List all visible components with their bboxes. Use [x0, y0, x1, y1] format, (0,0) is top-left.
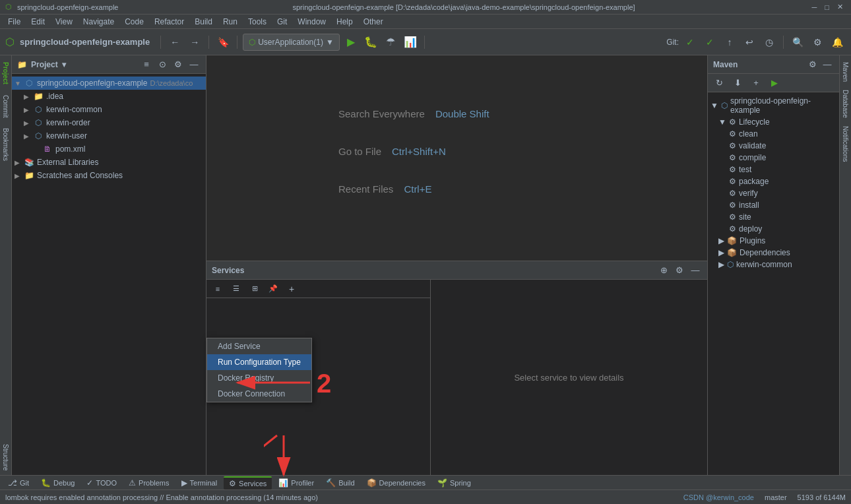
services-settings-btn[interactable]: ⚙: [673, 264, 686, 277]
menu-other[interactable]: Other: [358, 16, 389, 28]
run-btn[interactable]: ▶: [342, 34, 360, 51]
maven-refresh-btn[interactable]: ↻: [710, 75, 728, 92]
minimize-panel-btn[interactable]: —: [187, 58, 201, 71]
git-revert-btn[interactable]: ↩: [741, 34, 758, 51]
maven-minimize-btn[interactable]: —: [821, 58, 834, 71]
menu-code[interactable]: Code: [119, 16, 149, 28]
tab-problems[interactable]: ⚠ Problems: [123, 477, 174, 489]
git-history-btn[interactable]: ◷: [761, 34, 778, 51]
maven-kerwin-common[interactable]: ▶ ⬡ kerwin-common: [708, 259, 839, 270]
git-update-btn[interactable]: ✓: [701, 34, 718, 51]
maximize-btn[interactable]: □: [822, 3, 832, 11]
tab-todo[interactable]: ✓ TODO: [81, 477, 122, 489]
menu-refactor[interactable]: Refactor: [149, 16, 189, 28]
maven-deploy[interactable]: ⚙ deploy: [708, 223, 839, 235]
tab-spring[interactable]: 🌱 Spring: [432, 477, 476, 489]
services-collapse-btn[interactable]: ≡: [209, 280, 226, 298]
minimize-btn[interactable]: ─: [809, 3, 820, 11]
maven-install[interactable]: ⚙ install: [708, 199, 839, 211]
tree-root[interactable]: ▼ ⬡ springcloud-openfeign-example D:\zed…: [12, 77, 206, 90]
tree-scratches[interactable]: ▶ 📁 Scratches and Consoles: [12, 169, 206, 182]
git-push-btn[interactable]: ↑: [721, 34, 738, 51]
menu-build[interactable]: Build: [189, 16, 218, 28]
git-check-btn[interactable]: ✓: [681, 34, 699, 51]
run-config-dropdown[interactable]: ⬡ UserApplication(1) ▼: [243, 34, 340, 51]
sidebar-project-tab[interactable]: Project: [1, 58, 11, 88]
maven-dependencies[interactable]: ▶ 📦 Dependencies: [708, 247, 839, 259]
services-pin-btn[interactable]: 📌: [265, 280, 282, 298]
maven-package[interactable]: ⚙ package: [708, 175, 839, 187]
sep5: [783, 36, 784, 49]
tab-dependencies[interactable]: 📦 Dependencies: [362, 477, 431, 489]
services-panel: Services ⊕ ⚙ — ≡ ☰ ⊞ 📌 +: [206, 261, 707, 475]
menu-navigate[interactable]: Navigate: [78, 16, 119, 28]
services-expand-btn[interactable]: ⊕: [657, 264, 670, 277]
dropdown-add-service[interactable]: Add Service: [207, 338, 311, 354]
maven-root[interactable]: ▼ ⬡ springcloud-openfeign-example: [708, 95, 839, 116]
tab-build[interactable]: 🔨 Build: [321, 477, 360, 489]
sidebar-notifications-tab[interactable]: Notifications: [840, 122, 850, 166]
settings-panel-btn[interactable]: ⚙: [172, 58, 185, 71]
hint1-label: Search Everywhere: [338, 108, 425, 119]
tree-kerwin-user[interactable]: ▶ ⬡ kerwin-user: [12, 129, 206, 142]
toolbar-app-name: springcloud-openfeign-example: [20, 37, 150, 47]
menu-view[interactable]: View: [50, 16, 78, 28]
menu-file[interactable]: File: [3, 16, 26, 28]
services-add-btn[interactable]: +: [283, 280, 300, 298]
tab-debug[interactable]: 🐛 Debug: [36, 477, 80, 489]
sidebar-structure-tab[interactable]: Structure: [1, 440, 11, 475]
dropdown-docker-connection[interactable]: Docker Connection: [207, 386, 311, 402]
profile-btn[interactable]: 📊: [402, 34, 419, 51]
maven-add-btn[interactable]: +: [747, 75, 765, 92]
menu-help[interactable]: Help: [331, 16, 358, 28]
maven-clean[interactable]: ⚙ clean: [708, 128, 839, 140]
tree-kerwin-order[interactable]: ▶ ⬡ kerwin-order: [12, 116, 206, 129]
notifications-btn[interactable]: 🔔: [829, 34, 846, 51]
maven-run-btn[interactable]: ▶: [766, 75, 783, 92]
close-btn[interactable]: ✕: [835, 3, 846, 11]
tab-services[interactable]: ⚙ Services: [224, 476, 272, 489]
tree-external-libs[interactable]: ▶ 📚 External Libraries: [12, 156, 206, 169]
services-minimize-btn[interactable]: —: [689, 264, 702, 277]
menu-tools[interactable]: Tools: [243, 16, 272, 28]
maven-verify[interactable]: ⚙ verify: [708, 187, 839, 199]
tab-git[interactable]: ⎇ Git: [3, 477, 34, 489]
sidebar-commit-tab[interactable]: Commit: [1, 91, 11, 121]
maven-validate[interactable]: ⚙ validate: [708, 140, 839, 152]
maven-test[interactable]: ⚙ test: [708, 164, 839, 175]
tree-pom[interactable]: ▶ 🗎 pom.xml: [12, 142, 206, 156]
maven-site[interactable]: ⚙ site: [708, 211, 839, 223]
maven-compile[interactable]: ⚙ compile: [708, 152, 839, 164]
tab-terminal[interactable]: ▶ Terminal: [176, 477, 223, 489]
services-collapse2-btn[interactable]: ☰: [228, 280, 245, 298]
tree-idea[interactable]: ▶ 📁 .idea: [12, 90, 206, 103]
menu-run[interactable]: Run: [218, 16, 243, 28]
maven-lifecycle[interactable]: ▼ ⚙ Lifecycle: [708, 116, 839, 128]
services-group-btn[interactable]: ⊞: [246, 280, 263, 298]
sidebar-maven-tab[interactable]: Maven: [840, 58, 850, 86]
menu-window[interactable]: Window: [292, 16, 331, 28]
run-config-chevron: ▼: [326, 38, 334, 47]
scroll-from-source-btn[interactable]: ⊙: [156, 58, 169, 71]
sidebar-database-tab[interactable]: Database: [840, 86, 850, 122]
menu-git[interactable]: Git: [272, 16, 292, 28]
maven-settings-btn[interactable]: ⚙: [806, 58, 819, 71]
maven-download-btn[interactable]: ⬇: [729, 75, 746, 92]
back-btn[interactable]: ←: [166, 34, 183, 51]
forward-btn[interactable]: →: [186, 34, 203, 51]
menu-edit[interactable]: Edit: [26, 16, 50, 28]
dropdown-docker-registry[interactable]: Docker Registry: [207, 370, 311, 386]
settings-btn[interactable]: ⚙: [809, 34, 826, 51]
project-dropdown-btn[interactable]: ▾: [62, 60, 66, 69]
tab-profiler[interactable]: 📊 Profiler: [273, 477, 319, 489]
debug-btn[interactable]: 🐛: [362, 34, 379, 51]
sidebar-bookmarks-tab[interactable]: Bookmarks: [1, 124, 11, 165]
bookmark-btn[interactable]: 🔖: [214, 34, 232, 51]
search-everywhere-btn[interactable]: 🔍: [789, 34, 806, 51]
collapse-all-btn[interactable]: ≡: [140, 58, 153, 71]
maven-plugins[interactable]: ▶ 📦 Plugins: [708, 235, 839, 247]
services-title: Services: [212, 266, 244, 275]
tree-kerwin-common[interactable]: ▶ ⬡ kerwin-common: [12, 103, 206, 116]
dropdown-run-config-type[interactable]: Run Configuration Type: [207, 354, 311, 370]
coverage-btn[interactable]: ☂: [382, 34, 399, 51]
